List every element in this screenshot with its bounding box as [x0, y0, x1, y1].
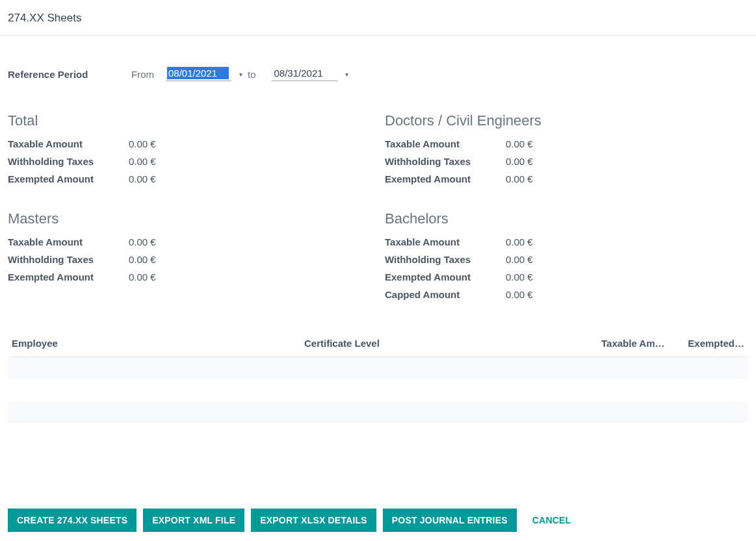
date-from-wrap[interactable] [166, 67, 231, 81]
section-bachelors: Bachelors Taxable Amount 0.00 € Withhold… [385, 210, 749, 307]
reference-period-label: Reference Period [8, 69, 131, 80]
col-taxable[interactable]: Taxable Amo… [601, 338, 679, 349]
from-label: From [131, 69, 154, 80]
reference-period-row: Reference Period From ▾ to ▾ [8, 67, 748, 81]
section-doctors-title: Doctors / Civil Engineers [385, 112, 749, 129]
date-from-input[interactable] [167, 67, 229, 79]
total-taxable-label: Taxable Amount [8, 138, 129, 149]
bachelors-capped-label: Capped Amount [385, 289, 506, 300]
table-header: Employee Certificate Level Taxable Amo… … [8, 330, 748, 357]
post-journal-button[interactable]: POST JOURNAL ENTRIES [383, 509, 517, 532]
to-label: to [248, 69, 256, 80]
total-exempted-value: 0.00 € [129, 173, 156, 184]
section-bachelors-title: Bachelors [385, 210, 749, 227]
date-to-input[interactable] [273, 67, 335, 79]
col-exempted[interactable]: Exempted… [679, 338, 744, 349]
masters-exempted-label: Exempted Amount [8, 271, 129, 283]
table-row[interactable] [8, 401, 748, 423]
date-to-dropdown-icon[interactable]: ▾ [344, 71, 350, 78]
doctors-withholding-value: 0.00 € [506, 156, 533, 167]
export-xml-button[interactable]: EXPORT XML FILE [143, 509, 244, 532]
footer-actions: CREATE 274.XX SHEETS EXPORT XML FILE EXP… [0, 499, 756, 541]
masters-exempted-value: 0.00 € [129, 271, 156, 283]
date-to-wrap[interactable] [272, 67, 337, 81]
doctors-exempted-label: Exempted Amount [385, 173, 506, 184]
page-title: 274.XX Sheets [0, 0, 756, 36]
bachelors-exempted-label: Exempted Amount [385, 271, 506, 283]
masters-withholding-label: Withholding Taxes [8, 254, 129, 265]
total-taxable-value: 0.00 € [129, 138, 156, 149]
bachelors-taxable-label: Taxable Amount [385, 236, 506, 247]
create-sheets-button[interactable]: CREATE 274.XX SHEETS [8, 509, 137, 532]
table-row[interactable] [8, 357, 748, 379]
masters-withholding-value: 0.00 € [129, 254, 156, 265]
doctors-taxable-value: 0.00 € [506, 138, 533, 149]
export-xlsx-button[interactable]: EXPORT XLSX DETAILS [251, 509, 376, 532]
table-gap [8, 379, 748, 401]
total-exempted-label: Exempted Amount [8, 173, 129, 184]
section-masters-title: Masters [8, 210, 372, 227]
section-doctors: Doctors / Civil Engineers Taxable Amount… [385, 112, 749, 191]
cancel-button[interactable]: CANCEL [523, 509, 580, 532]
doctors-withholding-label: Withholding Taxes [385, 156, 506, 167]
bachelors-exempted-value: 0.00 € [506, 271, 533, 283]
section-total-title: Total [8, 112, 372, 129]
bachelors-withholding-label: Withholding Taxes [385, 254, 506, 265]
masters-taxable-value: 0.00 € [129, 236, 156, 247]
total-withholding-value: 0.00 € [129, 156, 156, 167]
masters-taxable-label: Taxable Amount [8, 236, 129, 247]
bachelors-capped-value: 0.00 € [506, 289, 533, 300]
total-withholding-label: Withholding Taxes [8, 156, 129, 167]
date-from-dropdown-icon[interactable]: ▾ [238, 71, 244, 78]
bachelors-withholding-value: 0.00 € [506, 254, 533, 265]
doctors-exempted-value: 0.00 € [506, 173, 533, 184]
section-masters: Masters Taxable Amount 0.00 € Withholdin… [8, 210, 372, 307]
bachelors-taxable-value: 0.00 € [506, 236, 533, 247]
col-employee[interactable]: Employee [12, 338, 304, 349]
doctors-taxable-label: Taxable Amount [385, 138, 506, 149]
table-body [8, 357, 748, 423]
col-certificate[interactable]: Certificate Level [304, 338, 506, 349]
section-total: Total Taxable Amount 0.00 € Withholding … [8, 112, 372, 191]
